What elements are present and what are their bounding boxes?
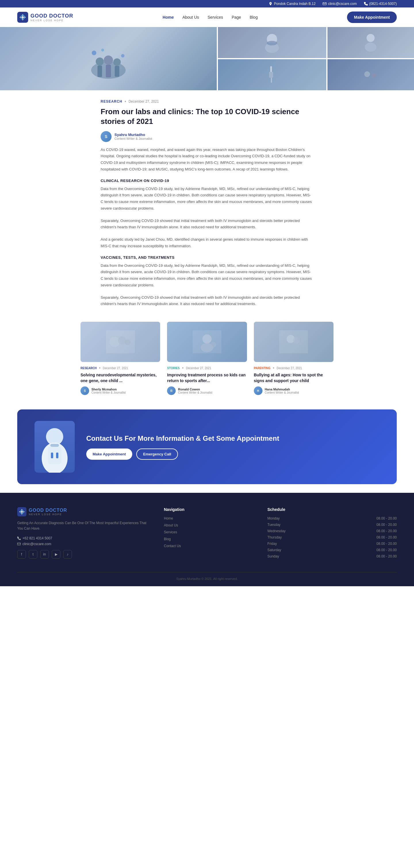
card-img-placeholder (106, 330, 135, 353)
svg-rect-38 (48, 447, 61, 464)
footer-nav-link[interactable]: About Us (164, 523, 250, 527)
svg-point-22 (372, 73, 376, 78)
svg-point-12 (101, 49, 104, 52)
footer-logo: GOOD DOCTOR NEVER LOSE HOPE (17, 507, 147, 516)
footer: GOOD DOCTOR NEVER LOSE HOPE Getting An A… (0, 493, 414, 586)
separator: • (125, 99, 126, 104)
svg-point-6 (104, 56, 113, 65)
footer-copyright: Syahru Murtadho © 2021. All right reserv… (176, 577, 238, 581)
footer-nav-link[interactable]: Blog (164, 537, 250, 541)
cta-appointment-button[interactable]: Make Appointment (86, 448, 132, 460)
hero-right-bottom-image (327, 59, 414, 90)
card-author-row: H Hana Mahmudah Content Writer & Journal… (254, 386, 333, 395)
footer-nav-link[interactable]: Contact Us (164, 544, 250, 548)
schedule-day: Wednesday (267, 529, 285, 533)
email-item: clinic@cscare.com (323, 2, 357, 6)
header-appointment-button[interactable]: Make Appointment (347, 11, 397, 23)
footer-phone: +62 821 4314 5007 (17, 536, 147, 540)
card-author-info: Ronald Cowen Content Writer & Journalist (178, 388, 212, 394)
footer-schedule: Monday08.00 - 20.00Tuesday08.00 - 20.00W… (267, 516, 397, 558)
card-title[interactable]: Solving neurodevelopmental mysteries, on… (81, 372, 160, 383)
card-img-placeholder (193, 330, 221, 353)
card-tag: RESEARCH (81, 367, 97, 370)
footer-phone-text: +62 821 4314 5007 (23, 536, 52, 540)
schedule-time: 08.00 - 20.00 (376, 529, 397, 533)
card-tag: STORIES (167, 367, 180, 370)
svg-point-11 (121, 54, 125, 58)
card-img-placeholder (279, 330, 308, 353)
card-date: December 27, 2021 (277, 367, 302, 370)
section1-body3: And a genetic study led by Janet Chou, M… (101, 236, 313, 250)
article-meta: RESEARCH • December 27, 2021 (101, 99, 313, 104)
logo-text: GOOD DOCTOR NEVER LOSE HOPE (30, 13, 73, 22)
cards-grid: RESEARCH • December 27, 2021 Solving neu… (81, 322, 333, 395)
social-instagram[interactable]: in (40, 550, 49, 559)
cta-title: Contact Us For More Information & Get So… (86, 434, 380, 443)
schedule-time: 08.00 - 20.00 (376, 542, 397, 546)
card-author-info: Sherly Mcmahon Content Writer & Journali… (91, 388, 126, 394)
footer-nav-col: Navigation HomeAbout UsServicesBlogConta… (164, 507, 250, 561)
vaccine-illustration (260, 63, 284, 86)
top-bar: Pondok Candra Indah B.12 clinic@cscare.c… (0, 0, 414, 7)
card-author-role: Content Writer & Journalist (265, 391, 299, 394)
nav-page[interactable]: Page (232, 15, 241, 20)
logo: GOOD DOCTOR NEVER LOSE HOPE (17, 12, 73, 23)
footer-social: f t in ▶ ♪ (17, 550, 147, 559)
nav-blog[interactable]: Blog (250, 15, 258, 20)
author-avatar: S (101, 131, 112, 142)
svg-point-26 (125, 340, 130, 345)
cta-banner: Contact Us For More Information & Get So… (17, 409, 397, 484)
footer-email: clinic@cscare.com (17, 542, 147, 546)
svg-rect-7 (106, 65, 111, 78)
cta-emergency-button[interactable]: Emergency Call (136, 448, 178, 460)
svg-rect-43 (18, 543, 21, 545)
footer-nav-link[interactable]: Home (164, 516, 250, 520)
card-meta: STORIES • December 27, 2021 (167, 365, 247, 371)
footer-grid: GOOD DOCTOR NEVER LOSE HOPE Getting An A… (17, 507, 397, 561)
svg-point-4 (96, 58, 104, 66)
doctor-cta-figure (36, 424, 73, 473)
cards-section: RESEARCH • December 27, 2021 Solving neu… (63, 322, 351, 395)
schedule-row: Friday08.00 - 20.00 (267, 542, 397, 546)
footer-nav-link[interactable]: Services (164, 530, 250, 534)
article-title: From our labs and clinics: The top 10 CO… (101, 107, 313, 126)
schedule-row: Monday08.00 - 20.00 (267, 516, 397, 520)
hero-images (0, 27, 414, 90)
social-youtube[interactable]: ▶ (52, 550, 60, 559)
card-title[interactable]: Improving treatment process so kids can … (167, 372, 247, 383)
schedule-time: 08.00 - 20.00 (376, 535, 397, 539)
schedule-time: 08.00 - 20.00 (376, 548, 397, 552)
card-image (81, 322, 160, 362)
svg-point-28 (202, 334, 212, 344)
svg-rect-40 (56, 453, 58, 458)
hero-top-image (218, 27, 326, 58)
card-author-row: S Sherly Mcmahon Content Writer & Journa… (81, 386, 160, 395)
syringe-illustration (359, 63, 382, 86)
footer-nav-title: Navigation (164, 507, 250, 512)
section1-title: CLINICAL RESEARCH ON COVID-19 (101, 179, 313, 183)
schedule-time: 08.00 - 20.00 (376, 554, 397, 558)
cta-doctor-image (34, 421, 75, 473)
schedule-row: Sunday08.00 - 20.00 (267, 554, 397, 558)
section2-body1: Data from the Overcoming COVID-19 study,… (101, 262, 313, 289)
phone-text: (0821-4314-5007) (369, 2, 397, 6)
nav-about[interactable]: About Us (182, 15, 199, 20)
card-author-avatar: S (81, 386, 89, 395)
nav-services[interactable]: Services (208, 15, 223, 20)
svg-point-8 (113, 58, 121, 66)
section2-title: VACCINES, TESTS, AND TREATMENTS (101, 255, 313, 259)
footer-desc: Getting An Accurate Diagnosis Can Be One… (17, 520, 147, 531)
location-icon (268, 2, 273, 6)
social-twitter[interactable]: t (29, 550, 37, 559)
card-title[interactable]: Bullying at all ages: How to spot the si… (254, 372, 333, 383)
social-tiktok[interactable]: ♪ (63, 550, 72, 559)
svg-point-21 (364, 71, 370, 77)
social-facebook[interactable]: f (17, 550, 26, 559)
footer-bottom: Syahru Murtadho © 2021. All right reserv… (17, 572, 397, 581)
svg-point-20 (365, 42, 376, 52)
footer-phone-icon (17, 536, 21, 540)
hero-right-top-image (327, 27, 414, 58)
nav-home[interactable]: Home (163, 15, 174, 20)
schedule-day: Saturday (267, 548, 281, 552)
card-author-avatar: R (167, 386, 176, 395)
